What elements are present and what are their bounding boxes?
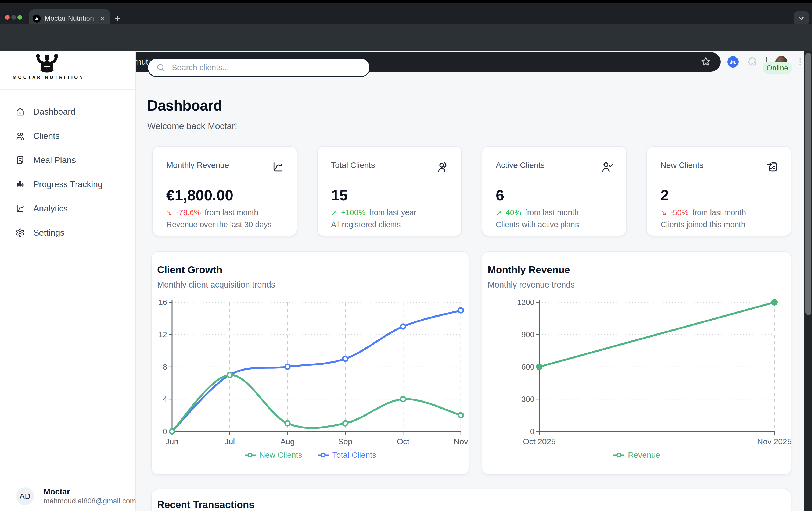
brand-logo: MOCTAR NUTRITION [12,53,81,86]
gear-icon [16,228,25,237]
tab-strip: Moctar Nutrition - Admin Dash [0,3,812,24]
trend-delta: +100% [341,208,366,217]
chart-subtitle: Monthly revenue trends [482,276,791,290]
chart-legend: New Clients Total Clients [152,451,469,460]
bar-chart-icon [16,180,25,189]
page-title: Dashboard [147,97,222,114]
vpn-extension-icon[interactable] [727,56,739,68]
sidebar-item-label: Clients [33,131,60,141]
trend-period: from last month [692,208,746,217]
window-zoom-button[interactable] [18,15,22,20]
window-top-edge [0,0,812,3]
chart-legend: Revenue [482,451,791,460]
bookmark-star-icon[interactable] [701,56,711,68]
svg-text:Jun: Jun [166,437,178,446]
client-growth-chart-card: Client Growth Monthly client acquisition… [151,251,469,475]
stat-title: Active Clients [496,161,545,170]
extensions-puzzle-icon[interactable] [747,56,758,68]
svg-text:Nov: Nov [454,437,468,446]
legend-label: New Clients [259,451,302,460]
stat-value: €1,800.00 [153,186,297,204]
stat-trend: ↗ 40% from last month [482,208,626,217]
sidebar-item-settings[interactable]: Settings [0,220,135,245]
legend-item: Total Clients [317,451,376,460]
legend-marker-icon [244,452,256,458]
recent-transactions-card: Recent Transactions [151,489,791,511]
stat-subtitle: Clients joined this month [647,220,791,229]
tab-title: Moctar Nutrition - Admin Dash [45,14,98,23]
stat-subtitle: Clients with active plans [482,220,626,229]
welcome-text: Welcome back Moctar! [147,121,237,131]
svg-text:Oct: Oct [397,437,409,446]
stat-card-new-clients: New Clients 2 ↘ -50% from last month Cli… [646,146,791,236]
stat-subtitle: Revenue over the last 30 days [153,220,297,229]
tab-search-chevron-button[interactable] [794,11,809,25]
chart-subtitle: Monthly client acquisition trends [152,276,469,290]
sidebar-item-clients[interactable]: Clients [0,124,135,148]
sidebar-item-label: Meal Plans [33,155,76,165]
trend-period: from last month [525,208,579,217]
sidebar-item-label: Settings [33,228,64,238]
monthly-revenue-chart-card: Monthly Revenue Monthly revenue trends 0… [482,251,791,475]
stat-trend: ↘ -78.6% from last month [153,208,297,217]
legend-marker-icon [317,452,329,458]
search-icon [156,63,165,72]
users-icon [437,161,449,173]
search-box[interactable] [147,58,370,77]
sidebar-item-progress-tracking[interactable]: Progress Tracking [0,172,135,196]
home-icon [16,107,25,116]
trend-up-icon: ↗ [331,209,337,217]
user-check-icon [601,161,614,173]
scrollbar-track[interactable] [804,51,812,511]
svg-text:600: 600 [522,362,534,371]
tab-close-icon[interactable] [98,15,107,23]
legend-marker-icon [613,452,625,458]
svg-text:8: 8 [163,362,167,371]
sidebar-item-dashboard[interactable]: Dashboard [0,100,135,124]
user-name: Moctar [44,486,136,497]
trend-period: from last year [369,208,416,217]
trend-down-icon: ↘ [166,209,173,217]
trend-period: from last month [205,208,259,217]
svg-text:Jul: Jul [225,437,235,446]
legend-item: New Clients [244,451,302,460]
browser-chrome: Moctar Nutrition - Admin Dash [0,0,812,51]
svg-text:900: 900 [522,330,534,339]
stat-title: Total Clients [331,161,375,170]
monthly-revenue-chart: 03006009001200Oct 2025Nov 2025 [482,292,792,464]
line-chart-icon [16,204,25,213]
svg-text:0: 0 [530,427,534,436]
trend-down-icon: ↘ [661,209,667,217]
sidebar: MOCTAR NUTRITION Dashboard Clients Meal … [0,51,136,511]
stat-value: 6 [482,186,626,204]
svg-text:Oct 2025: Oct 2025 [523,437,556,446]
stat-subtitle: All registered clients [318,220,461,229]
stat-trend: ↗ +100% from last year [318,208,461,217]
sidebar-item-label: Progress Tracking [33,179,103,189]
new-tab-button[interactable] [113,14,122,23]
window-close-button[interactable] [5,15,10,20]
stat-title: New Clients [661,161,703,170]
sidebar-item-meal-plans[interactable]: Meal Plans [0,148,135,172]
window-minimize-button[interactable] [11,15,16,20]
scrollbar-thumb[interactable] [805,53,811,315]
user-avatar: AD [16,487,34,505]
svg-text:0: 0 [163,427,167,436]
svg-text:1200: 1200 [517,298,534,306]
status-badge: Online [762,62,792,74]
trend-delta: 40% [506,208,521,217]
svg-text:Aug: Aug [280,437,294,446]
svg-text:4: 4 [163,395,167,403]
sidebar-item-analytics[interactable]: Analytics [0,196,135,220]
sidebar-user[interactable]: AD Moctar mahmoud.al808@gmail.com [0,481,135,511]
trend-up-icon: ↗ [496,209,502,217]
file-text-icon [16,156,25,165]
chart-title: Monthly Revenue [482,252,791,276]
users-icon [16,131,25,140]
search-input[interactable] [171,63,344,72]
stat-card-active-clients: Active Clients 6 ↗ 40% from last month C… [482,146,627,236]
clipboard-check-icon [766,161,778,173]
chart-title: Client Growth [152,252,469,276]
muscle-figure-icon [30,53,64,75]
recent-transactions-title: Recent Transactions [152,489,791,510]
